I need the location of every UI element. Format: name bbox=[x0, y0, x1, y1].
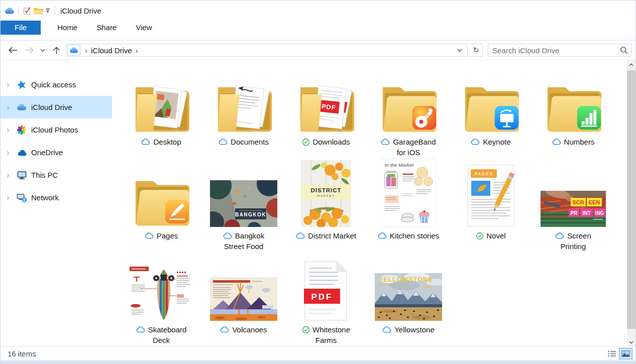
file-tile-whitestone-farms[interactable]: PDF Whitestone Farms bbox=[285, 252, 367, 346]
breadcrumb-chevron[interactable]: › bbox=[132, 46, 142, 55]
expand-chevron-icon[interactable]: › bbox=[1, 80, 16, 89]
file-name: District Market bbox=[308, 230, 356, 241]
file-name: Volcanoes bbox=[232, 324, 267, 335]
file-grid: Desktop bbox=[112, 60, 627, 346]
file-tile-kitchen-stories[interactable]: In the Market bbox=[367, 158, 450, 252]
file-tile-screen-printing[interactable]: SCR EEN PR INT ING Screen Printing bbox=[532, 158, 614, 252]
address-bar[interactable]: › iCloud Drive › bbox=[66, 44, 468, 57]
file-tile-desktop[interactable]: Desktop bbox=[120, 64, 202, 158]
search-box bbox=[488, 44, 631, 57]
scroll-up-button[interactable] bbox=[627, 60, 635, 69]
toolbar-dropdown-icon[interactable] bbox=[44, 9, 52, 13]
kitchen-stories-thumbnail: In the Market bbox=[367, 158, 450, 227]
expand-chevron-icon[interactable]: › bbox=[1, 148, 16, 157]
keynote-folder-icon bbox=[450, 64, 532, 133]
cloud-status-icon bbox=[219, 139, 228, 145]
tile-text: PR bbox=[571, 210, 578, 216]
checkbox-icon[interactable] bbox=[22, 5, 33, 16]
cloud-status-icon bbox=[296, 232, 305, 239]
network-icon bbox=[16, 193, 28, 202]
sidebar-item-this-pc[interactable]: › This PC bbox=[1, 164, 112, 186]
sidebar-item-onedrive[interactable]: › OneDrive bbox=[1, 141, 112, 164]
file-tile-novel[interactable]: PAGES bbox=[450, 158, 532, 252]
address-dropdown-icon[interactable] bbox=[453, 45, 466, 56]
tile-text: SCR bbox=[572, 199, 584, 205]
refresh-button[interactable]: ↻ bbox=[470, 44, 483, 57]
file-tile-keynote[interactable]: Keynote bbox=[450, 64, 532, 158]
sidebar-item-quick-access[interactable]: › Quick access bbox=[1, 73, 112, 96]
file-name: Pages bbox=[157, 230, 178, 241]
tile-text: ING bbox=[595, 210, 604, 216]
back-button[interactable] bbox=[6, 43, 21, 57]
cloud-status-icon bbox=[552, 139, 562, 145]
icloud-cloud-icon bbox=[4, 5, 15, 16]
sidebar-item-network[interactable]: › Network bbox=[1, 186, 112, 209]
scrollbar-thumb[interactable] bbox=[627, 70, 635, 329]
file-tile-garageband[interactable]: GarageBand for iOS bbox=[367, 64, 450, 158]
pdf-badge-text: PDF bbox=[322, 102, 337, 111]
file-tile-downloads[interactable]: PDF Downloads bbox=[285, 64, 367, 158]
file-name: Kitchen stories bbox=[390, 230, 439, 241]
expand-chevron-icon[interactable]: › bbox=[1, 126, 16, 135]
file-tile-skateboard-deck[interactable]: Skateboard Deck bbox=[120, 252, 202, 346]
scrollbar-track[interactable] bbox=[627, 69, 635, 338]
expand-chevron-icon[interactable]: › bbox=[1, 171, 16, 180]
cloud-status-icon bbox=[382, 326, 392, 333]
file-tile-bangkok[interactable]: BANGKOK Bangkok Street Food bbox=[202, 158, 285, 252]
folder-icon[interactable] bbox=[33, 5, 44, 16]
up-button[interactable] bbox=[49, 43, 64, 57]
details-view-button[interactable] bbox=[605, 348, 618, 359]
scroll-down-button[interactable] bbox=[627, 338, 635, 346]
tab-file[interactable]: File bbox=[1, 21, 41, 35]
file-tile-district-market[interactable]: DISTRICT · MARKET · District M bbox=[285, 158, 367, 252]
file-name: Novel bbox=[486, 230, 505, 241]
onedrive-icon bbox=[16, 149, 28, 156]
recent-locations-dropdown[interactable] bbox=[38, 43, 48, 57]
sidebar-item-icloud-photos[interactable]: › iCloud Photos bbox=[1, 118, 112, 141]
title-bar: iCloud Drive bbox=[1, 1, 635, 21]
icloud-photos-icon bbox=[16, 125, 28, 135]
items-count: 16 items bbox=[8, 349, 36, 358]
cloud-status-icon bbox=[136, 326, 146, 333]
thumbnail-view-button[interactable] bbox=[619, 348, 632, 359]
sidebar-item-icloud-drive[interactable]: › iCloud Drive bbox=[1, 96, 112, 118]
screen-printing-thumbnail: SCR EEN PR INT ING bbox=[532, 158, 614, 227]
file-tile-pages[interactable]: Pages bbox=[120, 158, 202, 252]
file-tile-numbers[interactable]: Numbers bbox=[532, 64, 614, 158]
pages-banner-text: PAGES bbox=[475, 171, 493, 176]
vertical-scrollbar[interactable] bbox=[627, 60, 635, 346]
tab-home[interactable]: Home bbox=[48, 21, 87, 35]
file-tile-documents[interactable]: Documents bbox=[202, 64, 285, 158]
breadcrumb-icloud-icon[interactable] bbox=[67, 45, 80, 56]
forward-button[interactable] bbox=[22, 43, 37, 57]
district-market-thumbnail: DISTRICT · MARKET · bbox=[285, 158, 367, 227]
navigation-pane: › Quick access › iCloud Drive › bbox=[1, 60, 112, 346]
yellowstone-photo-thumbnail: YELLOWSTONE NATIONAL PARK bbox=[367, 252, 450, 321]
file-name: Desktop bbox=[153, 137, 181, 147]
file-tile-yellowstone[interactable]: YELLOWSTONE NATIONAL PARK bbox=[367, 252, 450, 346]
window-title: iCloud Drive bbox=[60, 7, 101, 15]
file-name: Whitestone bbox=[312, 324, 350, 335]
expand-chevron-icon[interactable]: › bbox=[1, 103, 16, 112]
file-name: Bangkok bbox=[235, 230, 264, 241]
kitchen-title: In the Market bbox=[385, 162, 414, 168]
search-input[interactable] bbox=[488, 46, 617, 55]
tile-text: INT bbox=[582, 210, 590, 216]
novel-pages-doc-icon: PAGES bbox=[450, 158, 532, 227]
window-bottom-edge bbox=[1, 360, 635, 363]
cloud-status-icon bbox=[381, 139, 390, 145]
file-tile-volcanoes[interactable]: Volcanoes bbox=[202, 252, 285, 346]
tab-view[interactable]: View bbox=[126, 21, 161, 35]
district-title: DISTRICT bbox=[310, 187, 341, 193]
cloud-status-icon bbox=[220, 326, 230, 333]
breadcrumb-segment[interactable]: iCloud Drive bbox=[91, 46, 132, 55]
bangkok-caption: BANGKOK bbox=[235, 212, 266, 217]
tile-text: EEN bbox=[589, 199, 600, 205]
breadcrumb-chevron[interactable]: › bbox=[81, 46, 91, 55]
search-icon[interactable] bbox=[617, 46, 631, 54]
expand-chevron-icon[interactable]: › bbox=[1, 193, 16, 202]
yellowstone-subtitle: NATIONAL PARK bbox=[379, 284, 410, 287]
tab-share[interactable]: Share bbox=[87, 21, 126, 35]
star-icon bbox=[16, 80, 28, 90]
file-name: GarageBand bbox=[393, 137, 436, 147]
